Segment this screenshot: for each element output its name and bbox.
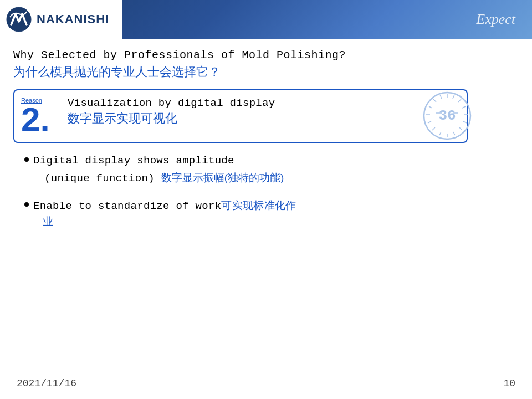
header-right: Expect bbox=[122, 11, 532, 28]
reason-box: Reason 2. Visualization by digital displ… bbox=[13, 89, 468, 143]
footer: 2021/11/16 10 bbox=[0, 378, 532, 389]
svg-line-9 bbox=[453, 132, 455, 135]
bullet-2-text-zh: 可实现标准化作 业 bbox=[33, 200, 296, 228]
dial-gauge: 36 bbox=[422, 91, 472, 141]
bullet-1-sub: (unique function) 数字显示振幅(独特的功能) bbox=[24, 171, 519, 187]
footer-page: 10 bbox=[503, 378, 515, 389]
bullet-dot bbox=[24, 202, 29, 207]
svg-line-15 bbox=[429, 106, 432, 108]
list-item: Enable to standardize of work可实现标准化作 业 bbox=[24, 198, 519, 231]
svg-line-3 bbox=[453, 95, 454, 99]
bullet-dot bbox=[24, 157, 29, 162]
svg-text:36: 36 bbox=[438, 108, 456, 124]
title-english: Why Selected by Professionals of Mold Po… bbox=[13, 49, 519, 62]
svg-line-12 bbox=[432, 127, 435, 130]
bullet-row-1: Digital display shows amplitude bbox=[24, 153, 519, 169]
title-chinese: 为什么模具抛光的专业人士会选择它？ bbox=[13, 64, 519, 80]
logo-text: NAKANISHI bbox=[37, 12, 109, 27]
dial-svg: 36 bbox=[422, 91, 472, 141]
bullet-1-sub-zh: 数字显示振幅(独特的功能) bbox=[161, 172, 284, 183]
svg-line-17 bbox=[440, 95, 442, 99]
footer-date: 2021/11/16 bbox=[17, 378, 76, 389]
nakanishi-logo-icon bbox=[6, 6, 32, 33]
main-content: Why Selected by Professionals of Mold Po… bbox=[0, 39, 532, 231]
header: NAKANISHI Expect bbox=[0, 0, 532, 39]
svg-line-7 bbox=[463, 121, 467, 123]
svg-line-11 bbox=[439, 132, 441, 135]
svg-line-8 bbox=[459, 127, 462, 130]
bullet-1-text-en: Digital display shows amplitude bbox=[33, 153, 234, 169]
reason-label-container: Reason 2. bbox=[21, 97, 65, 135]
logo-area: NAKANISHI bbox=[0, 0, 122, 39]
bullet-list: Digital display shows amplitude (unique … bbox=[13, 153, 519, 231]
reason-number: 2. bbox=[21, 104, 50, 135]
svg-line-5 bbox=[462, 106, 466, 108]
section-label: Expect bbox=[476, 11, 515, 28]
reason-text-area: Visualization by digital display 数字显示实现可… bbox=[68, 97, 458, 127]
bullet-row-2: Enable to standardize of work可实现标准化作 业 bbox=[24, 198, 519, 231]
bullet-1-sub-en: (unique function) bbox=[44, 172, 161, 185]
svg-line-4 bbox=[458, 99, 461, 102]
svg-line-13 bbox=[428, 121, 431, 123]
svg-line-16 bbox=[433, 99, 436, 102]
reason-text-english: Visualization by digital display bbox=[68, 97, 458, 109]
list-item: Digital display shows amplitude (unique … bbox=[24, 153, 519, 187]
reason-text-chinese: 数字显示实现可视化 bbox=[68, 110, 458, 127]
bullet-2-text: Enable to standardize of work可实现标准化作 业 bbox=[33, 198, 519, 231]
